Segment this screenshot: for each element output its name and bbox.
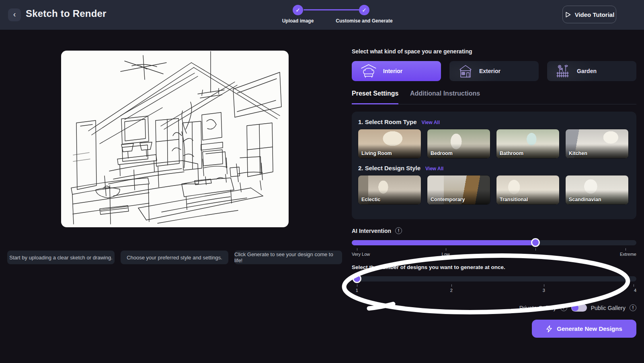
step-label: Customise and Generate (332, 18, 396, 24)
tab-additional-instructions[interactable]: Additional Instructions (410, 90, 480, 104)
num-designs-label: Select the number of designs you want to… (352, 264, 505, 270)
thumb-label: Bedroom (431, 151, 453, 156)
space-question-label: Select what kind of space you are genera… (352, 48, 472, 55)
garden-icon (556, 64, 570, 78)
step-label: Upload image (266, 18, 330, 24)
room-type-heading: 1. Select Room Type (358, 118, 417, 125)
design-style-options: Eclectic Contemporary Transitional Scand… (358, 175, 630, 204)
tick-label-3: 3 (543, 288, 545, 293)
gallery-visibility-row: Private Gallery ! Public Gallery ! (519, 304, 636, 312)
room-type-options: Living Room Bedroom Bathroom Kitchen (358, 129, 630, 158)
hint-style: Choose your preferred style and settings… (121, 251, 228, 264)
hint-generate: Click Generate to see your design come t… (234, 251, 342, 264)
ai-intervention-label: AI Intervention (352, 228, 391, 234)
tick (357, 248, 357, 251)
step-customise-generate: ✓ Customise and Generate (332, 4, 396, 24)
tick-label-1: 1 (356, 288, 358, 293)
tick (446, 248, 446, 251)
tick (626, 248, 626, 251)
hint-upload: Start by uploading a clear sketch or dra… (7, 251, 115, 264)
space-type-selector: Interior Exterior (352, 61, 636, 81)
info-icon[interactable]: ! (395, 227, 402, 234)
check-icon: ✓ (359, 5, 369, 15)
room-type-living-room[interactable]: Living Room (358, 129, 421, 158)
tick-label-extreme: Extreme (620, 252, 636, 257)
style-contemporary[interactable]: Contemporary (427, 175, 490, 204)
ai-intervention-fill (352, 240, 535, 245)
thumb-label: Kitchen (569, 151, 587, 156)
num-designs-slider: 1 2 3 4 (352, 276, 636, 281)
generate-new-designs-button[interactable]: Generate New Designs (532, 320, 636, 338)
tick-label-very-low: Very Low (352, 252, 370, 257)
uploaded-sketch-preview (61, 51, 289, 227)
living-room-sketch (61, 51, 289, 227)
back-button[interactable]: ‹ (8, 8, 21, 21)
chevron-left-icon: ‹ (13, 10, 16, 18)
space-option-garden[interactable]: Garden (547, 61, 636, 81)
room-type-view-all-link[interactable]: View All (422, 120, 440, 125)
design-style-heading: 2. Select Design Style (358, 165, 420, 171)
tick-label-4: 4 (634, 288, 636, 293)
tick (357, 284, 357, 287)
tick (535, 248, 536, 251)
armchair-roof-icon (361, 64, 377, 78)
thumb-label: Scandinavian (569, 197, 601, 202)
ai-slider-thumb[interactable] (531, 238, 540, 247)
page-title: Sketch to Render (26, 8, 107, 19)
house-icon (458, 64, 473, 78)
ai-slider-rail[interactable] (352, 240, 636, 245)
video-tutorial-button[interactable]: Video Tutorial (562, 6, 616, 23)
thumb-label: Contemporary (431, 197, 465, 202)
thumb-label: Bathroom (500, 151, 523, 156)
generate-label: Generate New Designs (557, 325, 622, 332)
play-icon (564, 11, 571, 18)
public-gallery-label: Public Gallery (591, 305, 626, 311)
style-eclectic[interactable]: Eclectic (358, 175, 421, 204)
info-icon[interactable]: ! (630, 304, 636, 311)
tick (451, 284, 452, 287)
info-icon[interactable]: ! (560, 304, 567, 311)
settings-tabs: Preset Settings Additional Instructions (352, 90, 636, 104)
toggle-knob (572, 304, 578, 311)
thumb-label: Eclectic (361, 197, 380, 202)
num-slider-thumb[interactable] (353, 274, 361, 283)
tick (544, 284, 544, 287)
style-scandinavian[interactable]: Scandinavian (566, 175, 628, 204)
stepper: ✓ Upload image ✓ Customise and Generate (257, 4, 426, 28)
thumb-label: Transitional (500, 197, 528, 202)
space-option-label: Interior (383, 68, 402, 74)
lightning-icon (546, 325, 552, 332)
tab-preset-settings[interactable]: Preset Settings (352, 90, 398, 104)
video-tutorial-label: Video Tutorial (575, 11, 615, 18)
check-icon: ✓ (293, 5, 303, 15)
gallery-toggle[interactable] (571, 304, 587, 312)
ai-intervention-slider: Very Low Low Extreme (352, 240, 636, 245)
style-transitional[interactable]: Transitional (496, 175, 559, 204)
room-type-kitchen[interactable]: Kitchen (566, 129, 628, 158)
header: ‹ Sketch to Render ✓ Upload image ✓ Cust… (0, 0, 644, 30)
space-option-interior[interactable]: Interior (352, 61, 441, 81)
preset-settings-card: 1. Select Room Type View All Living Room… (352, 112, 636, 219)
tick-label-2: 2 (450, 288, 453, 293)
room-type-bedroom[interactable]: Bedroom (427, 129, 490, 158)
tick-label-low: Low (442, 252, 450, 257)
room-type-bathroom[interactable]: Bathroom (496, 129, 559, 158)
thumb-label: Living Room (361, 151, 392, 156)
num-slider-rail[interactable] (352, 276, 636, 281)
private-gallery-label: Private Gallery (519, 305, 556, 311)
space-option-label: Exterior (479, 68, 500, 74)
tick (634, 284, 634, 287)
space-option-exterior[interactable]: Exterior (449, 61, 539, 81)
step-upload-image: ✓ Upload image (266, 4, 330, 24)
design-style-view-all-link[interactable]: View All (425, 166, 443, 171)
space-option-label: Garden (577, 68, 597, 74)
